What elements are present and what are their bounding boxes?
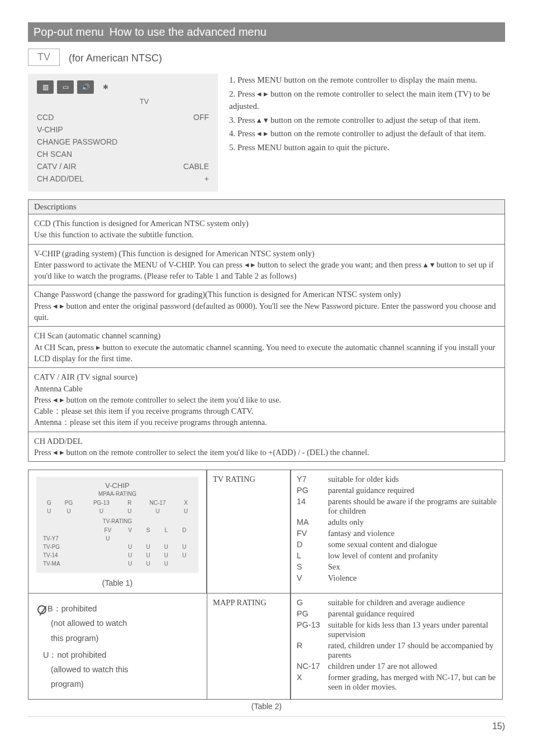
val: U xyxy=(123,508,137,515)
tv-rating-label-cell: TV RATING xyxy=(207,470,291,594)
desc-row: CH Scan (automatic channel scanning) At … xyxy=(28,326,505,367)
rating-code: FV xyxy=(297,529,323,538)
prohibit-b-sub1: (not allowed to watch xyxy=(37,616,198,630)
menu-item-label: V-CHIP xyxy=(37,125,63,134)
menu-item-value: + xyxy=(204,174,209,183)
prohibit-u-sub2: program) xyxy=(37,677,198,691)
rating-code: G xyxy=(297,598,323,607)
desc-row: CCD (This function is designed for Ameri… xyxy=(28,214,505,244)
icon-2: ▭ xyxy=(57,80,74,94)
menu-item-value: CABLE xyxy=(183,162,209,171)
mpaa-table: G PG PG-13 R NC-17 X U U U U U U xyxy=(41,498,194,516)
val: U xyxy=(140,543,156,551)
rating-desc: former grading, has merged with NC-17, b… xyxy=(328,673,497,692)
rating-code: X xyxy=(297,673,323,692)
val: U xyxy=(42,508,56,515)
rating-desc: some sexual content and dialogue xyxy=(328,540,437,549)
header-bar: Pop-out menu How to use the advanced men… xyxy=(28,22,505,42)
menu-row: CATV / AIRCABLE xyxy=(37,160,209,173)
rating-row: SSex xyxy=(297,562,497,572)
val: U xyxy=(122,552,139,559)
table2-caption: (Table 2) xyxy=(28,700,505,713)
menu-box: ▥ ▭ 🔊 ✱ TV CCDOFF V-CHIP CHANGE PASSWORD… xyxy=(28,74,218,192)
col: L xyxy=(158,527,174,534)
desc-row: V-CHIP (grading system) (This function i… xyxy=(28,244,505,285)
val: U xyxy=(140,560,156,567)
rating-row: NC-17children under 17 are not allowed xyxy=(297,662,497,671)
col: NC-17 xyxy=(137,499,178,506)
val: U xyxy=(58,508,80,515)
val: U xyxy=(176,552,193,559)
val xyxy=(176,560,193,567)
desc-row: Change Password (change the password for… xyxy=(28,285,505,326)
rating-code: Y7 xyxy=(297,475,323,484)
tv-tab: TV xyxy=(28,49,60,66)
vchip-container: V-CHIP MPAA-RATING G PG PG-13 R NC-17 X … xyxy=(28,470,207,594)
menu-item-label: CH ADD/DEL xyxy=(37,174,84,183)
icon-1: ▥ xyxy=(37,80,54,94)
popout-label: Pop-out menu xyxy=(34,26,104,39)
mapp-rating-label-cell: MAPP RATING xyxy=(207,594,291,700)
rating-desc: children under 17 are not allowed xyxy=(328,662,437,671)
rating-code: MA xyxy=(297,518,323,527)
prohibit-u-line: U：not prohibited xyxy=(37,648,198,662)
val xyxy=(95,560,120,567)
rating-row: Dsome sexual content and dialogue xyxy=(297,540,497,549)
rating-row: PGparental guidance required xyxy=(297,486,497,495)
rowlabel: TV-Y7 xyxy=(42,535,94,542)
rating-row: FVfantasy and violence xyxy=(297,529,497,538)
val: U xyxy=(158,560,174,567)
top-section: ▥ ▭ 🔊 ✱ TV CCDOFF V-CHIP CHANGE PASSWORD… xyxy=(28,74,505,192)
rating-code: NC-17 xyxy=(297,662,323,671)
descriptions-header: Descriptions xyxy=(28,199,505,214)
menu-item-value: OFF xyxy=(193,113,209,122)
val: U xyxy=(95,535,120,542)
col: FV xyxy=(95,527,120,534)
vchip-title: V-CHIP xyxy=(41,481,194,490)
val: U xyxy=(137,508,178,515)
table1-caption: (Table 1) xyxy=(28,576,206,593)
icon-3: 🔊 xyxy=(77,80,94,94)
rating-desc: suitable for children and average audien… xyxy=(328,598,465,607)
rating-code: S xyxy=(297,562,323,572)
rating-row: Gsuitable for children and average audie… xyxy=(297,598,497,607)
vchip-panel: V-CHIP MPAA-RATING G PG PG-13 R NC-17 X … xyxy=(36,477,198,573)
col: G xyxy=(42,499,56,506)
instruction-line: 1. Press MENU button on the remote contr… xyxy=(229,74,505,87)
divider xyxy=(28,716,505,717)
icon-4: ✱ xyxy=(97,80,114,94)
menu-row: CH SCAN xyxy=(37,148,209,160)
menu-row: V-CHIP xyxy=(37,123,209,136)
desc-row: CATV / AIR (TV signal source) Antenna Ca… xyxy=(28,367,505,431)
prohibit-b-sub2: this program) xyxy=(37,631,198,645)
col: S xyxy=(140,527,156,534)
rating-desc: suitable for older kids xyxy=(328,475,399,484)
instruction-line: 3. Press ▴ ▾ button on the remote contro… xyxy=(229,114,505,127)
rating-code: PG xyxy=(297,609,323,619)
rating-code: 14 xyxy=(297,497,323,516)
rating-desc: parental guidance required xyxy=(328,486,415,495)
rating-desc: Violence xyxy=(328,573,356,583)
val xyxy=(95,552,120,559)
bottom-grid: V-CHIP MPAA-RATING G PG PG-13 R NC-17 X … xyxy=(28,470,505,700)
val xyxy=(122,535,139,542)
mapp-rating-label: MAPP RATING xyxy=(213,598,266,607)
rating-row: PGparental guidance required xyxy=(297,609,497,619)
rating-row: Y7suitable for older kids xyxy=(297,475,497,484)
tvrating-label: TV-RATING xyxy=(41,518,194,524)
val xyxy=(158,535,174,542)
prohibit-u-sub1: (allowed to watch this xyxy=(37,662,198,677)
prohibit-b-text: B：prohibited xyxy=(47,604,97,613)
page-number-value: 15 xyxy=(492,721,502,731)
prohibit-b-line: B：prohibited xyxy=(37,601,198,616)
prohibit-icon xyxy=(37,605,46,614)
rowlabel: TV-MA xyxy=(42,560,94,567)
rating-row: PG-13suitable for kids less than 13 year… xyxy=(297,620,497,639)
menu-item-label: CATV / AIR xyxy=(37,162,77,171)
val: U xyxy=(122,560,139,567)
col: V xyxy=(122,527,139,534)
col: D xyxy=(176,527,193,534)
rating-code: V xyxy=(297,573,323,583)
val: U xyxy=(158,552,174,559)
val xyxy=(95,543,120,551)
